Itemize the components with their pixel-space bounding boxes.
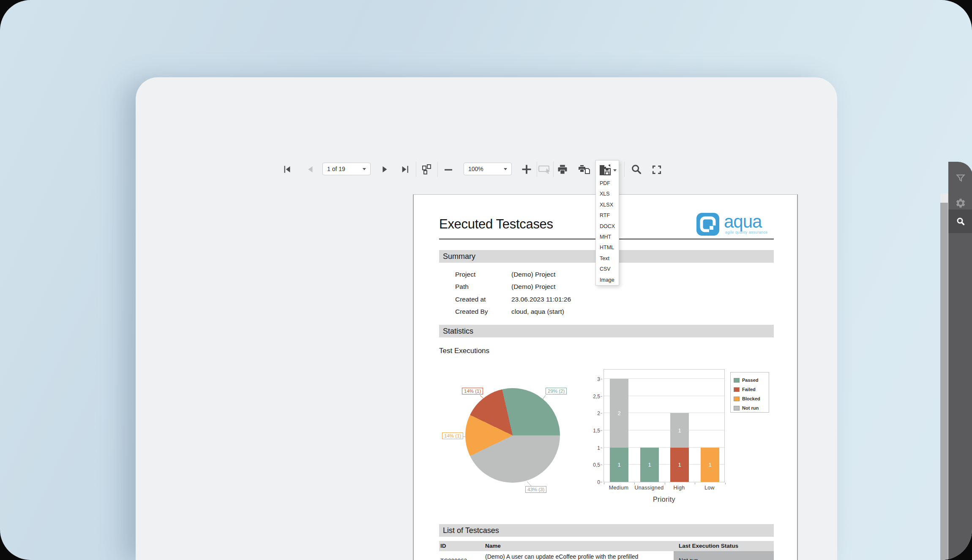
print-icon (557, 163, 568, 175)
toolbar-separator (416, 162, 416, 177)
testcases-section-heading: List of Testcases (439, 524, 774, 537)
summary-field: Created Bycloud, aqua (start) (455, 306, 571, 318)
multipage-view-button[interactable] (420, 163, 433, 176)
caret-down-icon (363, 168, 366, 170)
side-rail (948, 162, 972, 560)
plus-icon (521, 163, 532, 175)
aqua-logo-icon (696, 213, 719, 236)
export-option-mht[interactable]: MHT (596, 232, 619, 242)
fullscreen-button[interactable] (650, 163, 663, 176)
toolbar-separator (553, 162, 554, 177)
previous-page-button[interactable] (304, 163, 316, 175)
fullscreen-icon (651, 164, 662, 175)
legend-swatch (734, 397, 740, 401)
pie-label-passed: 29% (2) (546, 388, 567, 394)
legend-item: Not run (734, 403, 769, 413)
minus-icon (443, 165, 453, 175)
pie-label-notrun: 43% (3) (525, 486, 546, 493)
bar-segment: 1 (670, 413, 689, 447)
first-page-icon (282, 165, 292, 174)
export-document-icon (599, 164, 612, 176)
summary-field: Project(Demo) Project (455, 268, 571, 281)
legend-item: Failed (734, 385, 769, 394)
filter-button[interactable] (948, 167, 972, 190)
pie-label-blocked: 14% (1) (442, 432, 463, 439)
pie-chart: 14% (1) 29% (2) 14% (1) 43% (3) (439, 369, 584, 508)
background-canvas: 1 of 19 100% (0, 0, 972, 560)
next-page-icon (380, 165, 390, 174)
bar-segment: 1 (640, 448, 659, 482)
export-option-text[interactable]: Text (596, 253, 619, 264)
magnifier-icon (631, 163, 642, 175)
zoom-select-value: 100% (468, 166, 483, 172)
screenshot: 1 of 19 100% (0, 0, 972, 560)
bar-segment: 1 (701, 448, 719, 482)
export-option-pdf[interactable]: PDF (596, 178, 619, 189)
bar-plot: 121111 (603, 369, 725, 482)
previous-page-icon (305, 165, 314, 174)
table-row: TC000062(Demo) A user can update eCoffee… (439, 551, 774, 560)
print-page-icon (578, 163, 591, 175)
pie-label-failed: 14% (1) (462, 388, 483, 394)
bar-segment: 1 (610, 448, 628, 482)
caret-down-icon (613, 169, 617, 171)
testcase-table: ID Name Last Execution Status TC000062(D… (439, 541, 774, 560)
column-header-status: Last Execution Status (679, 543, 738, 549)
legend-item: Passed (734, 375, 769, 385)
print-page-button[interactable] (577, 163, 592, 176)
search-button[interactable] (629, 163, 644, 176)
toolbar-separator (437, 162, 438, 177)
test-executions-subheading: Test Executions (439, 347, 489, 355)
next-page-button[interactable] (379, 163, 391, 175)
print-button[interactable] (556, 163, 569, 176)
summary-field: Created at23.06.2023 11:01:26 (455, 293, 571, 306)
page-select[interactable]: 1 of 19 (322, 163, 371, 175)
legend-swatch (734, 406, 740, 410)
aqua-logo-word: aqua (724, 212, 762, 232)
caret-down-icon (504, 168, 507, 170)
zoom-out-button[interactable] (442, 164, 454, 175)
last-page-button[interactable] (399, 163, 412, 175)
cell-name: (Demo) A user can update eCoffee profile… (485, 551, 664, 560)
last-page-icon (400, 165, 411, 174)
export-option-rtf[interactable]: RTF (596, 210, 619, 221)
legend-item: Blocked (734, 394, 769, 403)
filter-icon (955, 173, 966, 184)
export-option-image[interactable]: Image (596, 275, 619, 285)
page-select-value: 1 of 19 (327, 166, 345, 172)
bar-chart-x-label: Priority (603, 496, 725, 503)
statistics-section-heading: Statistics (439, 325, 774, 337)
column-header-name: Name (485, 543, 501, 549)
export-option-docx[interactable]: DOCX (596, 221, 619, 232)
legend-swatch (734, 378, 740, 383)
toolbar-separator (624, 162, 625, 177)
report-viewer-window: 1 of 19 100% (136, 77, 837, 560)
legend-swatch (734, 387, 740, 392)
export-option-xls[interactable]: XLS (596, 189, 619, 199)
bar-chart-x-axis: MediumUnassignedHighLow (603, 485, 725, 493)
bar-segment: 1 (670, 448, 689, 482)
zoom-in-button[interactable] (520, 163, 533, 176)
export-dropdown: PDFXLSXLSXRTFDOCXMHTHTMLTextCSVImage (595, 160, 619, 285)
search-icon (956, 216, 966, 226)
gear-icon (955, 198, 966, 209)
vertical-scrollbar-thumb[interactable] (940, 203, 948, 560)
column-header-id: ID (440, 543, 446, 549)
summary-field: Path(Demo) Project (455, 281, 571, 294)
export-option-html[interactable]: HTML (596, 242, 619, 253)
first-page-button[interactable] (281, 163, 293, 175)
export-document-button[interactable] (599, 164, 612, 176)
summary-fields: Project(Demo) ProjectPath(Demo) ProjectC… (455, 268, 571, 318)
testcase-table-body: TC000062(Demo) A user can update eCoffee… (439, 551, 774, 560)
export-option-xlsx[interactable]: XLSX (596, 200, 619, 210)
export-option-csv[interactable]: CSV (596, 264, 619, 275)
multipage-view-icon (421, 164, 432, 175)
cell-id: TC000062 (440, 551, 467, 560)
export-menu: PDFXLSXLSXRTFDOCXMHTHTMLTextCSVImage (596, 178, 619, 285)
bar-chart-y-axis: 00,511,522,53 (593, 369, 602, 482)
page-title: Executed Testcases (439, 217, 553, 232)
zoom-select[interactable]: 100% (464, 163, 512, 175)
bar-segment: 2 (610, 379, 628, 448)
highlight-editing-fields-button[interactable] (537, 164, 552, 175)
rail-search-button[interactable] (948, 209, 972, 233)
